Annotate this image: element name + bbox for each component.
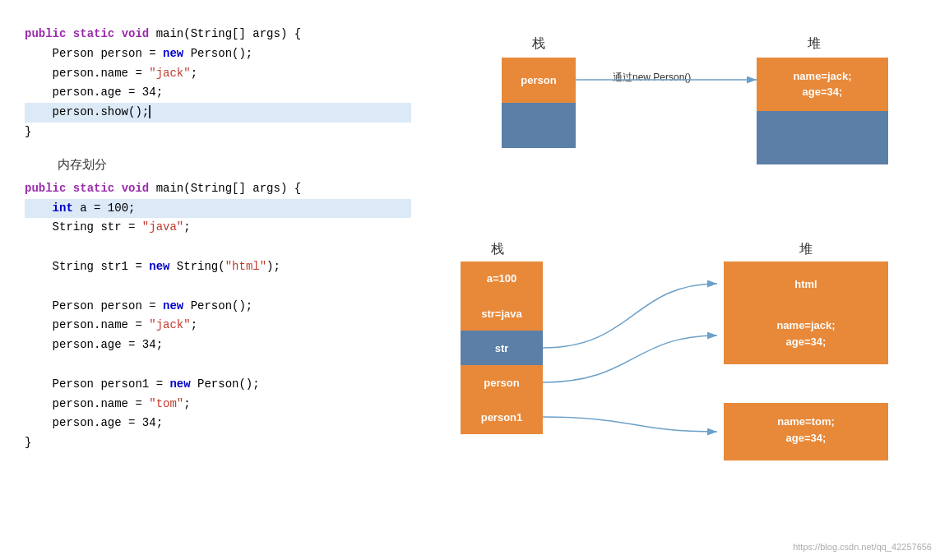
arrow-person1-tom bbox=[543, 417, 717, 432]
heap-cell-jack-text2: age=34; bbox=[803, 86, 843, 98]
stack-label-2: 栈 bbox=[490, 242, 504, 256]
code-line-4: person.age = 34; bbox=[25, 83, 411, 103]
heap-cell-blue1 bbox=[757, 111, 888, 164]
stack-cell-person-text: person bbox=[521, 74, 556, 86]
heap-tom bbox=[724, 403, 888, 460]
code-line-3: person.name = "jack"; bbox=[25, 64, 411, 84]
diagram1-svg: 栈 堆 person 通过new Person() bbox=[493, 33, 921, 214]
arrow-str-html bbox=[543, 284, 717, 348]
stack-person bbox=[461, 365, 543, 400]
heap-tom-text1: name=tom; bbox=[777, 415, 835, 428]
main-container: public static void main(String[] args) {… bbox=[0, 0, 940, 560]
b-code-line-6: person.name = "jack"; bbox=[25, 316, 411, 336]
section-label: 内存划分 bbox=[58, 157, 411, 173]
stack-a100 bbox=[461, 261, 543, 296]
b-code-line-11: } bbox=[25, 433, 411, 453]
stack-person-text: person bbox=[484, 377, 519, 389]
heap-html bbox=[724, 261, 888, 307]
arrow-label-1: 通过new Person() bbox=[613, 72, 691, 83]
watermark: https://blog.csdn.net/qq_42257656 bbox=[793, 542, 932, 552]
heap-html-text: html bbox=[794, 278, 817, 290]
top-code-block: public static void main(String[] args) {… bbox=[25, 25, 411, 142]
heap-jack bbox=[724, 307, 888, 364]
heap-cell-jack-text1: name=jack; bbox=[793, 70, 851, 82]
code-line-1: public static void main(String[] args) { bbox=[25, 25, 411, 44]
code-line-5: person.show(); bbox=[25, 103, 411, 123]
b-code-line-blank1 bbox=[25, 238, 411, 257]
code-line-6: } bbox=[25, 123, 411, 142]
b-code-line-2: int a = 100; bbox=[25, 199, 411, 219]
code-line-2: Person person = new Person(); bbox=[25, 44, 411, 64]
diagram2-wrapper: 栈 堆 a=100 str=java str person person1 bbox=[452, 238, 940, 493]
b-code-line-10: person.age = 34; bbox=[25, 414, 411, 433]
diagram-panel: 栈 堆 person 通过new Person() bbox=[428, 16, 940, 544]
heap-label-2: 堆 bbox=[799, 242, 813, 256]
diagram2-svg: 栈 堆 a=100 str=java str person person1 bbox=[452, 238, 940, 493]
heap-jack-text1: name=jack; bbox=[776, 319, 835, 331]
code-panel: public static void main(String[] args) {… bbox=[8, 16, 428, 544]
bottom-code-block: public static void main(String[] args) {… bbox=[25, 179, 411, 453]
stack-cell-blue1 bbox=[502, 103, 576, 148]
stack-str-blue bbox=[461, 331, 543, 365]
b-code-line-blank3 bbox=[25, 355, 411, 375]
stack-str-text: str bbox=[495, 342, 509, 354]
heap-label-1: 堆 bbox=[807, 36, 821, 50]
stack-strjava-text: str=java bbox=[481, 308, 522, 320]
b-code-line-9: person.name = "tom"; bbox=[25, 395, 411, 414]
b-code-line-blank2 bbox=[25, 277, 411, 297]
stack-cell-person bbox=[502, 58, 576, 103]
heap-tom-text2: age=34; bbox=[786, 432, 827, 444]
heap-jack-text2: age=34; bbox=[786, 336, 827, 348]
stack-person1 bbox=[461, 400, 543, 434]
stack-a100-text: a=100 bbox=[487, 272, 517, 285]
heap-cell-jack bbox=[757, 58, 888, 111]
b-code-line-1: public static void main(String[] args) { bbox=[25, 179, 411, 199]
stack-strjava bbox=[461, 296, 543, 331]
arrow-person-jack bbox=[543, 336, 717, 382]
b-code-line-3: String str = "java"; bbox=[25, 218, 411, 238]
b-code-line-4: String str1 = new String("html"); bbox=[25, 257, 411, 277]
b-code-line-7: person.age = 34; bbox=[25, 336, 411, 355]
b-code-line-8: Person person1 = new Person(); bbox=[25, 375, 411, 395]
diagram1-wrapper: 栈 堆 person 通过new Person() bbox=[493, 33, 921, 214]
b-code-line-5: Person person = new Person(); bbox=[25, 297, 411, 317]
stack-person1-text: person1 bbox=[481, 411, 523, 423]
stack-label-1: 栈 bbox=[531, 36, 545, 50]
